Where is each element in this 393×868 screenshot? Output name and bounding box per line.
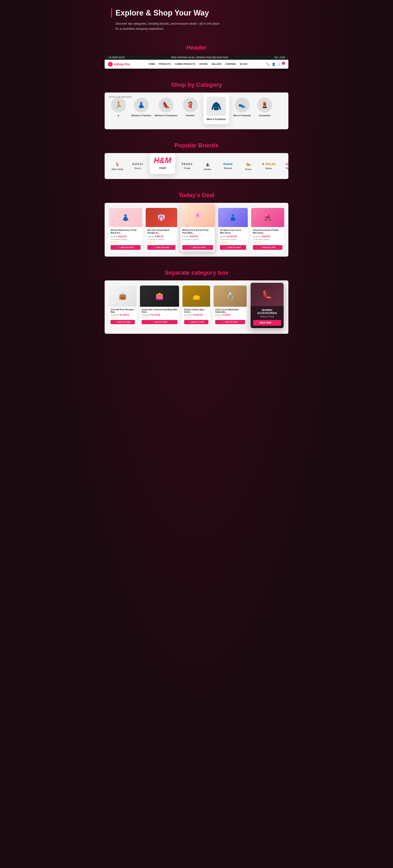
brand-item-allen-solly[interactable]: 🦌 Allen Solly xyxy=(109,161,126,170)
cart-icon[interactable]: 🛒 xyxy=(277,62,281,66)
deal-product-highlighted-add-to-cart[interactable]: 🛒 ADD TO CART xyxy=(182,245,213,250)
nav-links: HOME PRODUCTS COMBO PRODUCTS OFFERS SELL… xyxy=(149,63,247,65)
deal-product-5-img: 🌺 xyxy=(251,208,284,227)
deal-product-2-name: Red Zari Thread Work Straight Ki... xyxy=(147,229,176,234)
deal-product-1-add-to-cart[interactable]: 🛒 ADD TO CART xyxy=(111,245,141,250)
nav-products[interactable]: PRODUCTS xyxy=(159,63,171,65)
brand-name: eShop Pro xyxy=(114,62,130,66)
category-item-mens-footwear[interactable]: 👟 Men's Footwear xyxy=(233,98,252,117)
deal-product-1-price-new: €552.00 xyxy=(118,235,126,238)
nav-compare[interactable]: COMPARE xyxy=(225,63,236,65)
arrow-right-icon: → xyxy=(273,322,275,324)
catbox-product-4-stars: ★★★★★ xyxy=(215,316,245,318)
catbox-overlay-title: WOMEN ACCESSORIES xyxy=(253,309,281,315)
brand-logo-puma: 🐆 xyxy=(246,161,251,167)
brand-logo[interactable]: e eShop Pro xyxy=(108,62,130,66)
nav-blogs[interactable]: BLOGS xyxy=(240,63,247,65)
brand-item-prada[interactable]: PRADA Prada xyxy=(179,163,195,169)
category-item-cosmetics[interactable]: 💄 Cosmetics xyxy=(255,98,274,117)
deal-product-highlighted-img: 🌸 xyxy=(181,204,215,227)
deal-product-4-add-to-cart[interactable]: 🛒 ADD TO CART xyxy=(220,245,246,250)
catbox-product-2-img: 👛 xyxy=(140,285,179,307)
brand-name-adidas: Adidas xyxy=(204,168,212,170)
deal-product-2-stars: ★★★★★ xyxy=(147,241,176,243)
catbox-product-4-img: 💍 xyxy=(213,285,247,307)
catbox-product-2-add-to-cart[interactable]: 🛒 ADD TO CART xyxy=(142,320,177,324)
catbox-product-3[interactable]: 👝 Aviana Camera Bag - Green €5,505.00 €4… xyxy=(182,285,210,326)
deal-product-highlighted-name: Women Fit & Flared Floral Print Whit... xyxy=(182,229,213,234)
deal-product-5-category: 🏷 Women's fashion xyxy=(253,238,283,241)
brand-logo-reebok: Reebok xyxy=(223,163,233,165)
deal-product-2[interactable]: 👘 Red Zari Thread Work Straight Ki... €4… xyxy=(146,208,177,251)
brand-item-puma[interactable]: 🐆 Puma xyxy=(240,161,257,170)
catbox-product-1-price-new: €5,798.00 xyxy=(120,314,129,316)
brand-item-nykaa[interactable]: Nykaa Nykaa xyxy=(281,163,289,169)
category-icon-womens-footwears: 👠 xyxy=(159,98,174,113)
catbox-product-3-add-to-cart[interactable]: 🛒 ADD TO CART xyxy=(184,320,208,324)
category-carousel: POPULAR BRANDS 🏃 A 👗 Women's Fashion 👠 W… xyxy=(104,92,289,129)
category-icon-mens-fashion: 🧥 xyxy=(207,97,226,116)
brand-item-rolex[interactable]: ♛ ROLEX Rolex xyxy=(260,162,277,169)
category-item-womens-fashion[interactable]: 👗 Women's Fashion xyxy=(131,98,151,117)
category-item-mens-fashion[interactable]: 🧥 Men's Fashion xyxy=(203,93,229,124)
nav-offers[interactable]: OFFERS xyxy=(199,63,208,65)
deal-product-highlighted-price-new: €552.00 xyxy=(190,235,198,238)
deal-product-2-add-to-cart[interactable]: 🛒 ADD TO CART xyxy=(147,245,176,250)
category-label-mens-footwear: Men's Footwear xyxy=(233,114,251,117)
catbox-product-2[interactable]: 👛 Snake Skin Textured Handbag With Hear.… xyxy=(140,285,179,326)
catbox-product-1[interactable]: 👜 Glerra#9 Pink Shoulder Bag €6,278.00 €… xyxy=(109,285,137,326)
deal-product-highlighted-info: Women Fit & Flared Floral Print Whit... … xyxy=(181,227,215,251)
brand-name-nykaa: Nykaa xyxy=(286,167,289,169)
brand-name-reebok: Reebok xyxy=(224,167,232,169)
brand-logo-hm: H&M xyxy=(154,156,171,165)
header-promo: FREE SHIPPING ON ALL ORDERS OVER $99 SHO… xyxy=(171,56,228,59)
header-preview: +91 98765 43210 FREE SHIPPING ON ALL ORD… xyxy=(104,55,289,69)
brand-item-gucci[interactable]: GUCCI Gucci xyxy=(129,162,146,169)
catbox-product-4-price-new: €726.00 xyxy=(223,314,230,316)
brand-item-hm[interactable]: H&M H&M xyxy=(150,153,175,174)
nav-combo[interactable]: COMBO PRODUCTS xyxy=(175,63,195,65)
header-top-bar: +91 98765 43210 FREE SHIPPING ON ALL ORD… xyxy=(104,55,289,60)
deal-product-highlighted[interactable]: 🌸 Women Fit & Flared Floral Print Whit..… xyxy=(181,204,215,251)
category-item-fashion[interactable]: 🧣 Fashion xyxy=(181,98,200,117)
category-item-a[interactable]: 🏃 A xyxy=(109,98,128,117)
deal-section: 👗 Women Black-Grey Floral Block Pri... €… xyxy=(98,203,295,263)
deal-product-4-name: Tie Back Criss Cross Mini Dress xyxy=(220,229,246,234)
deal-carousel: 👗 Women Black-Grey Floral Block Pri... €… xyxy=(104,203,289,257)
catbox-product-1-add-to-cart[interactable]: 🛒 ADD TO CART xyxy=(111,320,135,324)
deal-product-5-add-to-cart[interactable]: 🛒 ADD TO CART xyxy=(253,245,283,250)
brand-logo-allen-solly: 🦌 xyxy=(115,161,120,167)
deal-section-title: Today's Deal xyxy=(98,185,295,203)
catbox-product-4[interactable]: 💍 Gold Curved Minimalist Adjustabl... €7… xyxy=(213,285,247,326)
deal-product-5[interactable]: 🌺 Floral Firecracker Printed Mini Dress … xyxy=(251,208,284,251)
brand-item-reebok[interactable]: Reebok Reebok xyxy=(219,163,237,169)
category-icon-womens-fashion: 👗 xyxy=(134,98,149,113)
deal-product-4-info: Tie Back Criss Cross Mini Dress €49.00 €… xyxy=(218,227,247,251)
category-icon-mens-footwear: 👟 xyxy=(235,98,250,113)
deal-product-1-price-old: €736.00 xyxy=(111,236,118,238)
category-item-womens-footwears[interactable]: 👠 Women's Footwears xyxy=(155,98,177,117)
catbox-product-1-stars: ★★★★★ xyxy=(111,316,135,318)
category-icon-a: 🏃 xyxy=(111,98,126,113)
catbox-overlay-content: WOMEN ACCESSORIES Shop by Trend SHOP NOW… xyxy=(250,306,284,328)
search-icon[interactable]: 🔍 xyxy=(266,62,270,66)
catbox-overlay: 👠 WOMEN ACCESSORIES Shop by Trend SHOP N… xyxy=(250,282,284,329)
catbox-product-4-add-to-cart[interactable]: 🛒 ADD TO CART xyxy=(215,320,245,324)
deal-product-4-price-new: €1,819.08 xyxy=(226,235,237,238)
header-locale: EN | EUR xyxy=(275,56,285,59)
deal-product-1[interactable]: 👗 Women Black-Grey Floral Block Pri... €… xyxy=(109,208,142,251)
header-preview-wrap: +91 98765 43210 FREE SHIPPING ON ALL ORD… xyxy=(98,55,295,75)
deal-product-1-name: Women Black-Grey Floral Block Pri... xyxy=(111,229,141,234)
category-icon-cosmetics: 💄 xyxy=(257,98,272,113)
nav-sellers[interactable]: SELLERS xyxy=(212,63,221,65)
brand-name-rolex: Rolex xyxy=(266,167,272,169)
brand-item-adidas[interactable]: ◭ Adidas xyxy=(199,161,216,170)
catbox-product-2-name: Snake Skin Textured Handbag With Hear... xyxy=(142,308,177,313)
category-label-womens-fashion: Women's Fashion xyxy=(131,114,151,117)
deal-product-4-img: 👗 xyxy=(218,208,247,227)
user-icon[interactable]: 👤 xyxy=(272,62,275,66)
deal-product-4[interactable]: 👗 Tie Back Criss Cross Mini Dress €49.00… xyxy=(218,208,247,251)
nav-home[interactable]: HOME xyxy=(149,63,155,65)
catbox-grid: 👜 Glerra#9 Pink Shoulder Bag €6,278.00 €… xyxy=(104,280,289,334)
catbox-shop-now-button[interactable]: SHOP NOW → xyxy=(253,320,281,326)
